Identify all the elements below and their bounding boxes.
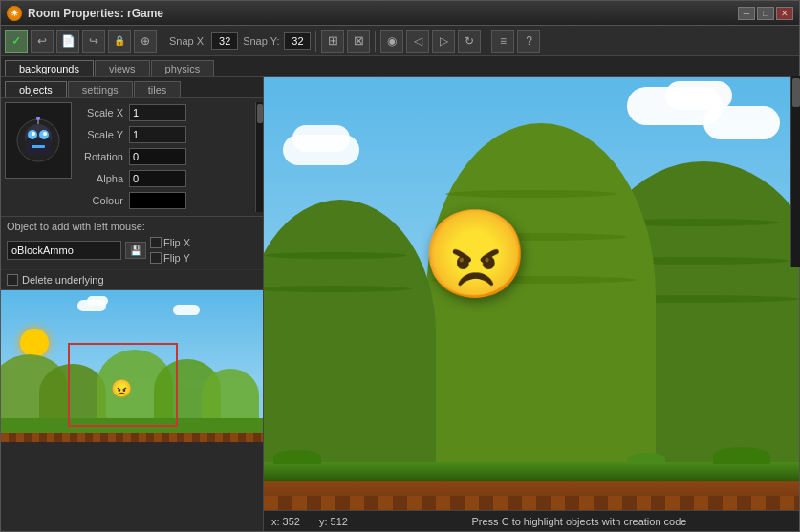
magnet-icon: ◉: [387, 34, 397, 48]
minimap-hill-5: [202, 369, 259, 421]
grid-button[interactable]: ⊞: [321, 30, 344, 53]
window-title: Room Properties: rGame: [28, 7, 738, 20]
cloud-2b: [292, 125, 350, 152]
minimap-cloud-2: [87, 296, 108, 306]
separator-2: [315, 31, 316, 52]
hill-center-stripe-1: [445, 190, 617, 198]
new-button[interactable]: 📄: [56, 30, 79, 53]
minimap-enemy: 😠: [111, 378, 132, 399]
tab-physics[interactable]: physics: [151, 60, 215, 76]
move-icon: ⊕: [141, 34, 150, 48]
minimap-dirt: [1, 433, 263, 442]
next-icon: ▷: [440, 34, 448, 48]
minimize-button[interactable]: ─: [738, 7, 755, 20]
svg-rect-7: [32, 145, 45, 148]
svg-point-9: [36, 117, 40, 120]
object-selector-area: Object to add with left mouse: 💾 Flip X: [1, 216, 263, 269]
object-name-input[interactable]: [7, 241, 121, 260]
help-icon: ?: [526, 34, 532, 48]
flip-y-checkbox[interactable]: [150, 252, 162, 264]
props-scrollbar[interactable]: [255, 102, 263, 212]
props-scroll-thumb: [257, 104, 263, 123]
flip-x-checkbox[interactable]: [150, 237, 162, 248]
rotation-input[interactable]: [129, 148, 186, 165]
main-area: objects settings tiles: [1, 77, 799, 531]
flip-y-label: Flip Y: [163, 252, 190, 264]
cloud-1c: [703, 106, 780, 139]
grass-3: [627, 453, 665, 464]
properties-panel: Scale X Scale Y Rotation Alpha: [76, 102, 259, 212]
delete-row: Delete underlying: [1, 269, 263, 289]
tab-tiles[interactable]: tiles: [134, 81, 182, 97]
grass-2: [713, 447, 770, 464]
panel-scrollbar[interactable]: [790, 77, 799, 267]
file-icon: 📄: [61, 34, 76, 48]
undo-button[interactable]: ↩: [31, 30, 54, 53]
hill-left-stripe-1: [264, 252, 407, 259]
coord-x: x: 352: [271, 516, 300, 527]
sprite-preview[interactable]: [5, 102, 72, 179]
main-window: ☀ Room Properties: rGame ─ □ ✕ ✓ ↩ 📄 ↪ 🔒…: [0, 0, 800, 532]
separator-4: [486, 31, 486, 52]
refresh-button[interactable]: ↻: [458, 30, 481, 53]
close-button[interactable]: ✕: [776, 7, 793, 20]
delete-underlying-checkbox[interactable]: [7, 274, 18, 286]
lock-button[interactable]: 🔒: [108, 30, 131, 53]
object-selector-label: Object to add with left mouse:: [7, 221, 257, 232]
delete-underlying-label: Delete underlying: [22, 274, 104, 286]
game-viewport[interactable]: 😠: [264, 77, 799, 510]
help-button[interactable]: ?: [517, 30, 540, 53]
prev-icon: ◁: [414, 34, 422, 48]
redo-icon: ↪: [89, 34, 98, 48]
snap-y-input[interactable]: [284, 32, 311, 50]
scale-y-label: Scale Y: [76, 129, 129, 140]
hill-left-stripe-2: [264, 286, 412, 292]
toolbar: ✓ ↩ 📄 ↪ 🔒 ⊕ Snap X: Snap Y: ⊞ ⊠ ◉: [1, 26, 799, 56]
scale-x-label: Scale X: [76, 107, 129, 118]
colour-row: Colour: [76, 190, 259, 211]
snap-x-label: Snap X:: [169, 35, 206, 47]
list-button[interactable]: ≡: [491, 30, 514, 53]
mini-map[interactable]: 😠: [1, 289, 263, 442]
status-bar: x: 352 y: 512 Press C to highlight objec…: [264, 510, 799, 531]
prev-button[interactable]: ◁: [406, 30, 429, 53]
tab-objects[interactable]: objects: [5, 81, 67, 97]
cross-button[interactable]: ⊠: [347, 30, 370, 53]
scale-x-input[interactable]: [129, 104, 186, 121]
snap-y-label: Snap Y:: [243, 35, 279, 47]
tabs-row-1: backgrounds views physics: [1, 56, 799, 77]
magnet-button[interactable]: ◉: [380, 30, 403, 53]
lock-icon: 🔒: [114, 35, 125, 46]
tab-settings[interactable]: settings: [68, 81, 133, 97]
cross-icon: ⊠: [354, 33, 364, 48]
left-panel: objects settings tiles: [1, 77, 264, 531]
object-browse-button[interactable]: 💾: [125, 242, 146, 259]
maximize-button[interactable]: □: [757, 7, 774, 20]
scale-y-row: Scale Y: [76, 124, 259, 145]
refresh-icon: ↻: [465, 34, 474, 48]
alpha-input[interactable]: [129, 170, 186, 187]
svg-point-6: [43, 132, 47, 136]
svg-point-5: [32, 132, 35, 136]
scale-x-row: Scale X: [76, 102, 259, 123]
flip-x-option: Flip X: [150, 235, 190, 250]
window-controls: ─ □ ✕: [738, 7, 793, 20]
scale-y-input[interactable]: [129, 126, 186, 143]
check-button[interactable]: ✓: [5, 30, 28, 53]
title-bar: ☀ Room Properties: rGame ─ □ ✕: [1, 1, 799, 26]
tab-views[interactable]: views: [95, 60, 150, 76]
flip-x-label: Flip X: [163, 237, 190, 248]
rotation-label: Rotation: [76, 151, 129, 162]
grid-icon: ⊞: [328, 33, 338, 48]
coord-y: y: 512: [319, 516, 348, 527]
redo-button[interactable]: ↪: [82, 30, 105, 53]
next-button[interactable]: ▷: [432, 30, 455, 53]
move-button[interactable]: ⊕: [134, 30, 157, 53]
object-selector-row: 💾 Flip X Flip Y: [7, 235, 257, 266]
colour-picker[interactable]: [129, 192, 186, 209]
panel-scroll-thumb: [792, 78, 800, 107]
tab-backgrounds[interactable]: backgrounds: [5, 60, 94, 76]
grass-1: [273, 450, 321, 464]
snap-x-input[interactable]: [211, 32, 238, 50]
flip-y-option: Flip Y: [150, 250, 190, 266]
